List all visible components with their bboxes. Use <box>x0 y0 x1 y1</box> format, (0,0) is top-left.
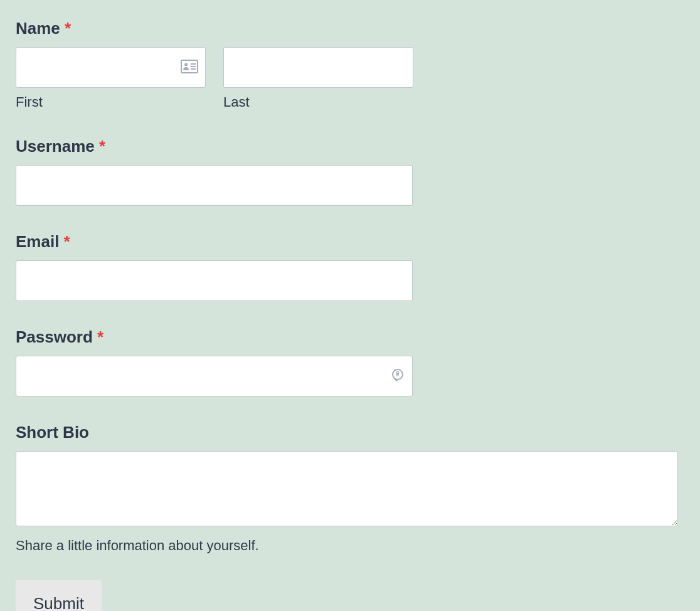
password-wrapper <box>16 356 413 396</box>
last-name-column: Last <box>223 47 413 110</box>
password-required-mark: * <box>97 327 103 346</box>
submit-button[interactable]: Submit <box>16 580 102 611</box>
bio-label: Short Bio <box>16 423 684 442</box>
last-name-sublabel: Last <box>223 94 413 110</box>
password-field-group: Password * <box>16 327 684 396</box>
name-row: First Last <box>16 47 684 110</box>
first-name-wrapper <box>16 47 206 88</box>
last-name-input[interactable] <box>223 47 413 88</box>
email-required-mark: * <box>64 232 70 251</box>
first-name-input[interactable] <box>16 47 206 88</box>
username-field-group: Username * <box>16 137 684 206</box>
first-name-column: First <box>16 47 206 110</box>
name-required-mark: * <box>65 19 71 38</box>
name-label-text: Name <box>16 19 60 38</box>
first-name-sublabel: First <box>16 94 206 110</box>
bio-field-group: Short Bio Share a little information abo… <box>16 423 684 554</box>
email-input[interactable] <box>16 260 413 301</box>
password-label-text: Password <box>16 327 93 346</box>
username-label-text: Username <box>16 137 95 156</box>
password-input[interactable] <box>16 356 413 396</box>
name-field-group: Name * <box>16 19 684 110</box>
username-input[interactable] <box>16 165 413 206</box>
name-label: Name * <box>16 19 684 38</box>
last-name-wrapper <box>223 47 413 88</box>
password-label: Password * <box>16 327 684 347</box>
bio-label-text: Short Bio <box>16 423 89 442</box>
email-field-group: Email * <box>16 232 684 301</box>
email-label: Email * <box>16 232 684 252</box>
bio-textarea[interactable] <box>16 451 678 526</box>
email-label-text: Email <box>16 232 59 251</box>
bio-helper-text: Share a little information about yoursel… <box>16 538 684 554</box>
registration-form: Name * <box>16 19 684 611</box>
username-label: Username * <box>16 137 684 156</box>
username-required-mark: * <box>99 137 105 156</box>
